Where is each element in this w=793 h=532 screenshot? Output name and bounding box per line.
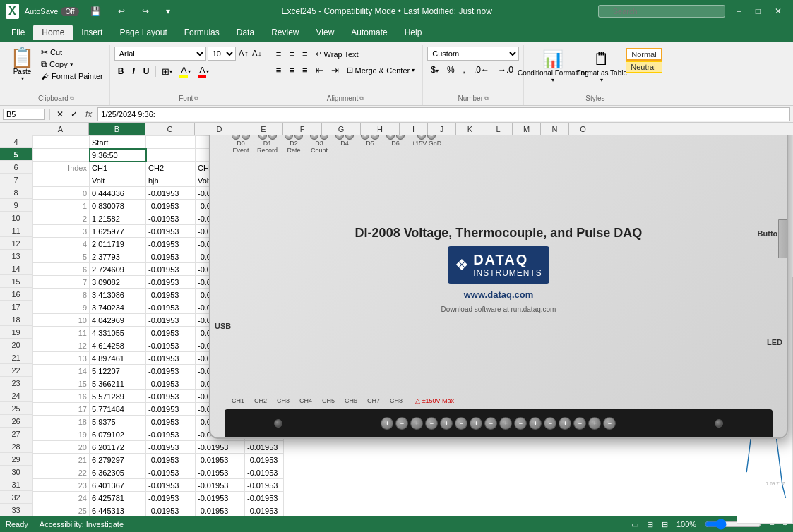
col-header-n[interactable]: N [541,123,569,135]
style-normal[interactable]: Normal [626,48,662,61]
row-num-11[interactable]: 11 [0,224,32,237]
cell-C20[interactable]: -0.01953 [146,339,196,352]
cell-C15[interactable]: -0.01953 [146,276,196,289]
tab-automate[interactable]: Automate [342,25,395,40]
cell-E31[interactable]: -0.01953 [245,479,284,492]
tab-help[interactable]: Help [396,25,431,40]
left-align-button[interactable]: ≡ [273,63,285,78]
fill-color-button[interactable]: A ▾ [177,63,193,80]
tab-home[interactable]: Home [33,25,73,40]
row-num-28[interactable]: 28 [0,440,32,453]
cell-B18[interactable]: 4.042969 [90,314,146,327]
cell-A7[interactable] [33,174,90,187]
row-num-31[interactable]: 31 [0,478,32,491]
increase-font-size-button[interactable]: A↑ [237,48,250,59]
cell-D31[interactable]: -0.01953 [196,479,245,492]
cell-B17[interactable]: 3.740234 [90,301,146,314]
col-header-d[interactable]: D [195,123,244,135]
cell-B19[interactable]: 4.331055 [90,327,146,339]
cell-A32[interactable]: 24 [33,492,90,504]
cell-E32[interactable]: -0.01953 [245,492,284,504]
cell-B20[interactable]: 4.614258 [90,339,146,352]
increase-indent-button[interactable]: ⇥ [328,63,342,78]
bottom-align-button[interactable]: ≡ [299,47,311,61]
row-num-17[interactable]: 17 [0,301,32,313]
cell-A33[interactable]: 25 [33,504,90,517]
cell-A14[interactable]: 6 [33,263,90,276]
cell-A30[interactable]: 22 [33,466,90,479]
tab-review[interactable]: Review [263,25,307,40]
cell-B32[interactable]: 6.425781 [90,492,146,504]
clipboard-expand[interactable]: ⧉ [70,95,74,102]
row-num-32[interactable]: 32 [0,491,32,504]
dollar-format-button[interactable]: $▾ [427,63,442,77]
italic-button[interactable]: I [129,64,138,78]
cell-C10[interactable]: -0.01953 [146,212,196,225]
cell-B13[interactable]: 2.37793 [90,250,146,263]
cell-B31[interactable]: 6.401367 [90,479,146,492]
row-num-16[interactable]: 16 [0,288,32,301]
increase-decimal-button[interactable]: →.0 [494,63,517,77]
merge-center-button[interactable]: ⊡ Merge & Center ▾ [343,63,419,78]
cell-C32[interactable]: -0.01953 [146,492,196,504]
cell-B6[interactable]: CH1 [90,162,146,174]
decrease-decimal-button[interactable]: .0← [470,63,493,77]
cell-C12[interactable]: -0.01953 [146,238,196,250]
cell-B21[interactable]: 4.897461 [90,352,146,365]
row-num-5[interactable]: 5 [0,148,32,161]
font-group-expand[interactable]: ⧉ [194,95,198,102]
conditional-formatting-button[interactable]: 📊 Conditional Formatting ▾ [528,47,578,86]
cell-A10[interactable]: 2 [33,212,90,225]
cell-B24[interactable]: 5.571289 [90,390,146,403]
cell-D29[interactable]: -0.01953 [196,454,245,466]
cell-C28[interactable]: -0.01953 [146,441,196,454]
cell-B23[interactable]: 5.366211 [90,377,146,390]
col-header-h[interactable]: H [361,123,400,135]
cell-A17[interactable]: 9 [33,301,90,314]
cell-C25[interactable]: -0.01953 [146,403,196,416]
cell-A31[interactable]: 23 [33,479,90,492]
view-break-icon[interactable]: ⊟ [662,520,668,529]
row-num-9[interactable]: 9 [0,199,32,212]
cell-A22[interactable]: 14 [33,365,90,377]
cell-A4[interactable] [33,136,90,149]
cell-B9[interactable]: 0.830078 [90,200,146,212]
cell-B16[interactable]: 3.413086 [90,289,146,301]
tab-view[interactable]: View [308,25,343,40]
number-expand[interactable]: ⧉ [484,95,489,102]
cell-D33[interactable]: -0.01953 [196,504,245,517]
middle-align-button[interactable]: ≡ [285,47,298,61]
customize-button[interactable]: ▾ [160,4,176,19]
row-num-20[interactable]: 20 [0,339,32,351]
view-normal-icon[interactable]: ▭ [631,520,638,529]
cell-A12[interactable]: 4 [33,238,90,250]
cell-B26[interactable]: 5.9375 [90,416,146,428]
paste-button[interactable]: 📋 Paste ▾ [7,47,37,83]
cell-C27[interactable]: -0.01953 [146,428,196,441]
row-num-26[interactable]: 26 [0,415,32,428]
row-num-10[interactable]: 10 [0,212,32,224]
undo-button[interactable]: ↩ [112,4,131,19]
cell-A21[interactable]: 13 [33,352,90,365]
col-header-f[interactable]: F [283,123,322,135]
cell-A8[interactable]: 0 [33,187,90,200]
autosave-toggle[interactable]: AutoSave Off [25,7,79,16]
copy-button[interactable]: ⧉ Copy ▾ [39,59,105,70]
format-painter-button[interactable]: 🖌 Format Painter [39,71,105,82]
cell-C21[interactable]: -0.01953 [146,352,196,365]
cell-B14[interactable]: 2.724609 [90,263,146,276]
font-color-button[interactable]: A ▾ [195,63,212,80]
bold-button[interactable]: B [114,64,128,78]
cell-B8[interactable]: 0.444336 [90,187,146,200]
row-num-8[interactable]: 8 [0,186,32,199]
tab-insert[interactable]: Insert [73,25,111,40]
cut-button[interactable]: ✂ Cut [39,47,105,58]
font-size-select[interactable]: 10 [208,47,236,61]
cell-C18[interactable]: -0.01953 [146,314,196,327]
col-header-a[interactable]: A [32,123,89,135]
col-header-j[interactable]: J [428,123,456,135]
decrease-indent-button[interactable]: ⇤ [312,63,327,78]
tab-file[interactable]: File [3,25,33,40]
col-header-g[interactable]: G [322,123,361,135]
tab-formulas[interactable]: Formulas [176,25,228,40]
